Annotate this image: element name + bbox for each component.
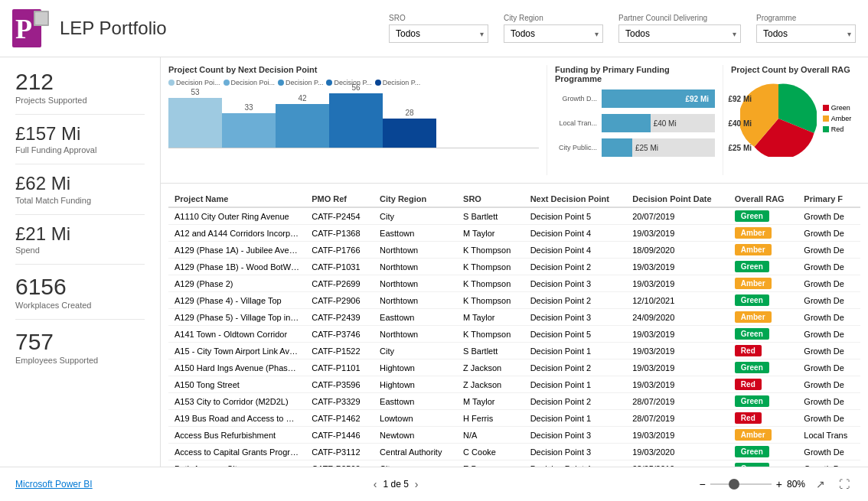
table-cell: Decision Point 1 (524, 376, 627, 393)
funding-val-1: £40 Mi (654, 119, 677, 128)
data-table: Project Name PMO Ref City Region SRO Nex… (168, 191, 860, 467)
table-cell: 12/10/2021 (626, 292, 729, 309)
powerbi-link[interactable]: Microsoft Power BI (15, 479, 93, 490)
table-cell: 19/03/2019 (626, 225, 729, 242)
table-cell: 20/07/2019 (626, 207, 729, 225)
bar-1: 33 (222, 103, 276, 148)
table-cell: Northtown (374, 326, 457, 343)
table-cell: 19/03/2019 (626, 326, 729, 343)
col-primary-f: Primary F (798, 191, 860, 207)
kpi-employees-value: 757 (15, 329, 145, 354)
pie-legend: Green Amber Red (823, 104, 852, 133)
charts-area: Project Count by Next Decision Point Dec… (161, 57, 868, 467)
pie-legend-red: Green (823, 104, 852, 112)
legend-label-2: Decision P... (286, 79, 323, 86)
table-cell: Newtown (374, 427, 457, 444)
table-cell: City (374, 207, 457, 225)
table-cell: A129 (Phase 4) - Village Top (168, 292, 305, 309)
top-charts-row: Project Count by Next Decision Point Dec… (161, 57, 868, 184)
table-cell: A129 (Phase 2) (168, 275, 305, 292)
filters-bar: SRO Todos City Region Todos Partner Coun… (389, 14, 856, 43)
legend-label-0: Decision Poi... (176, 79, 220, 86)
kpi-panel: 212 Projects Supported £157 Mi Full Fund… (0, 57, 161, 467)
programme-filter-wrapper: Todos (756, 24, 856, 43)
programme-select[interactable]: Todos (756, 24, 856, 43)
city-region-select[interactable]: Todos (504, 24, 603, 43)
table-row[interactable]: A150 Hard Ings Avenue (Phase 1) - Hard I… (168, 359, 860, 376)
next-page-button[interactable]: › (415, 478, 419, 490)
table-cell: CATF-P1368 (305, 225, 374, 242)
bar-2: 42 (276, 94, 329, 148)
legend-label-1: Decision Poi... (231, 79, 276, 86)
col-rag: Overall RAG (729, 191, 798, 207)
prev-page-button[interactable]: ‹ (374, 478, 377, 490)
table-cell: Decision Point 5 (524, 207, 627, 225)
table-cell: Growth De (798, 444, 860, 460)
table-cell: Access to Capital Grants Programme (168, 444, 305, 460)
footer-actions: − + 80% ↗ ⛶ (700, 475, 853, 493)
zoom-plus-icon[interactable]: + (776, 478, 782, 490)
kpi-projects-supported: 212 Projects Supported (15, 69, 145, 105)
table-cell: Northtown (374, 275, 457, 292)
data-table-area[interactable]: Project Name PMO Ref City Region SRO Nex… (161, 184, 868, 467)
table-cell: Growth De (798, 343, 860, 359)
table-row[interactable]: A129 (Phase 1A) - Jubilee Avenue to Free… (168, 242, 860, 259)
table-row[interactable]: A129 (Phase 1B) - Wood BotW to Jubilee A… (168, 259, 860, 275)
table-row[interactable]: A153 City to Corridor (M2D2L)CATF-P3329E… (168, 393, 860, 410)
zoom-slider[interactable] (710, 483, 772, 485)
partner-council-select[interactable]: Todos (618, 24, 741, 43)
share-button[interactable]: ↗ (813, 475, 828, 493)
table-cell: 28/07/2019 (626, 393, 729, 410)
kpi-workplaces-label: Workplaces Created (15, 301, 145, 310)
table-cell: Green (729, 207, 798, 225)
table-cell: Growth De (798, 292, 860, 309)
table-row[interactable]: A141 Town - Oldtown CorridorCATF-P3746No… (168, 326, 860, 343)
table-cell: Local Trans (798, 427, 860, 444)
table-cell: M Taylor (457, 393, 524, 410)
table-cell: S Bartlett (457, 343, 524, 359)
funding-name-0: Growth D... (555, 95, 597, 102)
table-row[interactable]: A150 Tong StreetCATF-P3596HightownZ Jack… (168, 376, 860, 393)
table-cell: Amber (729, 225, 798, 242)
partner-council-filter-group: Partner Council Delivering Todos (618, 14, 741, 43)
kpi-divider-1 (15, 114, 145, 115)
table-cell: Green (729, 444, 798, 460)
kpi-workplaces-value: 6156 (15, 274, 145, 299)
table-row[interactable]: Access Bus RefurbishmentCATF-P1446Newtow… (168, 427, 860, 444)
table-row[interactable]: Bath Avenue, CityCATF-P2562CityE Brannen… (168, 460, 860, 467)
table-cell: 18/09/2020 (626, 242, 729, 259)
table-cell: Decision Point 4 (524, 225, 627, 242)
main-content: 212 Projects Supported £157 Mi Full Fund… (0, 57, 868, 467)
table-row[interactable]: A129 (Phase 5) - Village Top into Oldtow… (168, 309, 860, 326)
zoom-minus-icon[interactable]: − (700, 478, 706, 490)
funding-row-0: Growth D... £92 Mi £92 Mi (555, 89, 715, 108)
table-row[interactable]: A19 Bus Road and Access to Designer Outl… (168, 410, 860, 427)
table-cell: S Bartlett (457, 207, 524, 225)
programme-filter-label: Programme (756, 14, 856, 22)
table-cell: Growth De (798, 410, 860, 427)
table-cell: Growth De (798, 259, 860, 275)
pagination: ‹ 1 de 5 › (374, 478, 419, 490)
table-row[interactable]: A15 - City Town Airport Link AvenueCATF-… (168, 343, 860, 359)
fullscreen-button[interactable]: ⛶ (836, 475, 853, 493)
table-cell: Easttown (374, 225, 457, 242)
legend-item-1: Decision Poi... (224, 79, 276, 86)
zoom-control: − + 80% (700, 478, 805, 490)
sro-filter-group: SRO Todos (389, 14, 488, 43)
table-cell: Growth De (798, 393, 860, 410)
table-cell: A12 and A144 Corridors Incorporating Coo… (168, 225, 305, 242)
table-cell: CATF-P1522 (305, 343, 374, 359)
sro-select[interactable]: Todos (389, 24, 488, 43)
table-row[interactable]: A1110 City Outer Ring AvenueCATF-P2454Ci… (168, 207, 860, 225)
table-cell: Hightown (374, 359, 457, 376)
bar-val-3: 56 (351, 83, 360, 92)
table-row[interactable]: Access to Capital Grants ProgrammeCATF-P… (168, 444, 860, 460)
table-row[interactable]: A12 and A144 Corridors Incorporating Coo… (168, 225, 860, 242)
table-cell: Northtown (374, 259, 457, 275)
table-row[interactable]: A129 (Phase 4) - Village TopCATF-P2906No… (168, 292, 860, 309)
bar-chart-title: Project Count by Next Decision Point (168, 65, 539, 74)
table-row[interactable]: A129 (Phase 2)CATF-P2699NorthtownK Thomp… (168, 275, 860, 292)
table-cell: Decision Point 2 (524, 359, 627, 376)
city-region-filter-wrapper: Todos (504, 24, 603, 43)
bar-fill-0 (168, 98, 222, 148)
